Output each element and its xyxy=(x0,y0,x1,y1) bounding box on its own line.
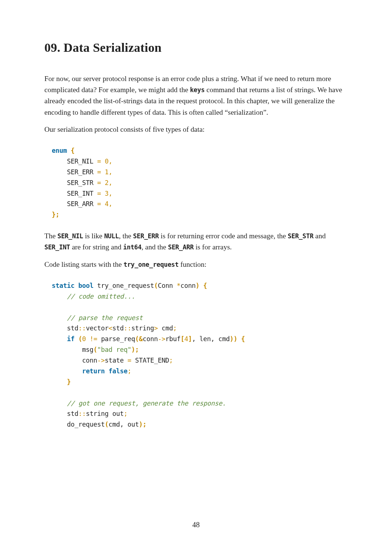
code-text: cmd xyxy=(158,324,173,332)
comment: // code omitted... xyxy=(52,293,135,300)
paren: (& xyxy=(135,335,142,343)
code-text: std xyxy=(112,324,124,332)
op: , xyxy=(109,200,112,208)
text: , the xyxy=(119,232,133,240)
sp xyxy=(101,200,105,208)
op: = xyxy=(97,190,101,197)
op: -> xyxy=(97,357,105,364)
op: ; xyxy=(128,367,131,375)
inline-code: SER_INT xyxy=(44,243,70,251)
brace: { xyxy=(237,335,245,343)
code-text: string xyxy=(131,324,154,332)
code-block-function: static bool try_one_request(Conn *conn) … xyxy=(52,280,348,430)
paren: ( xyxy=(74,335,82,343)
code-text: SER_INT xyxy=(52,190,97,197)
brace: { xyxy=(71,147,74,154)
brace: { xyxy=(199,282,207,289)
comment: // got one request, generate the respons… xyxy=(52,400,226,407)
string: "bad req" xyxy=(97,346,131,353)
code-text: rbuf xyxy=(165,335,180,343)
code-text: STATE_END xyxy=(131,357,169,364)
num: 2 xyxy=(105,179,108,186)
paren: )) xyxy=(230,335,237,343)
num: 4 xyxy=(105,200,108,208)
inline-code: NULL xyxy=(104,232,119,240)
kw: false xyxy=(109,367,128,375)
kw: if xyxy=(67,335,74,343)
brace: } xyxy=(52,378,71,386)
text: is for returning error code and message,… xyxy=(159,232,288,240)
num: 1 xyxy=(105,168,108,176)
inline-code: int64 xyxy=(123,243,142,251)
op: , xyxy=(109,190,112,197)
op: = xyxy=(97,179,101,186)
code-text: , len, cmd xyxy=(192,335,230,343)
op: -> xyxy=(158,335,165,343)
paren: ) xyxy=(196,282,199,289)
inline-code: SER_ARR xyxy=(168,243,194,251)
arg: conn xyxy=(180,282,196,289)
code-text: std xyxy=(52,410,78,417)
kw: bool xyxy=(78,282,94,289)
paren: ( xyxy=(154,282,158,289)
text: and xyxy=(314,232,326,240)
op: ; xyxy=(169,357,173,364)
op: :: xyxy=(78,410,86,417)
fn-call: do_request xyxy=(52,421,105,428)
op: * xyxy=(177,282,180,289)
page-title: 09. Data Serialization xyxy=(44,41,348,55)
inline-code: try_one_request xyxy=(124,261,179,268)
kw: static xyxy=(52,282,74,289)
paren: ); xyxy=(131,346,139,353)
num: 4 xyxy=(184,335,188,343)
code-text: string out xyxy=(86,410,124,417)
inline-code: SER_STR xyxy=(288,232,314,240)
inline-code-keys: keys xyxy=(190,86,205,94)
paragraph-2: Our serialization protocol consists of f… xyxy=(44,124,348,135)
code-text: state xyxy=(105,357,127,364)
text: is like xyxy=(83,232,104,240)
paragraph-1: For now, our server protocol response is… xyxy=(44,73,348,118)
code-text: vector xyxy=(86,324,108,332)
page-number: 48 xyxy=(0,521,392,529)
op: , xyxy=(109,158,112,165)
text: Code listing starts with the xyxy=(44,260,124,268)
num: 0 xyxy=(105,158,108,165)
code-text: conn xyxy=(52,357,97,364)
kw: return xyxy=(82,367,105,375)
op: ; xyxy=(124,410,128,417)
num: 0 xyxy=(82,335,86,343)
code-text: SER_ERR xyxy=(52,168,97,176)
sp xyxy=(101,158,105,165)
op: :: xyxy=(78,324,86,332)
arg: Conn xyxy=(158,282,177,289)
code-text: cmd, out xyxy=(109,421,139,428)
paragraph-4: Code listing starts with the try_one_req… xyxy=(44,259,348,270)
text: The xyxy=(44,232,57,240)
fn-name: try_one_request xyxy=(94,282,154,289)
code-text: std xyxy=(52,324,78,332)
brace: }; xyxy=(52,211,59,218)
text: is for arrays. xyxy=(194,243,232,251)
code-block-enum: enum { SER_NIL = 0, SER_ERR = 1, SER_STR… xyxy=(52,145,348,220)
op: = xyxy=(97,168,101,176)
op: , xyxy=(109,179,112,186)
code-text: SER_STR xyxy=(52,179,97,186)
code-text: msg xyxy=(52,346,94,353)
kw-enum: enum xyxy=(52,147,67,154)
op: != xyxy=(86,335,101,343)
text: are for string and xyxy=(70,243,124,251)
page-content: 09. Data Serialization For now, our serv… xyxy=(0,0,392,430)
sp xyxy=(101,168,105,176)
paragraph-3: The SER_NIL is like NULL, the SER_ERR is… xyxy=(44,231,348,253)
code-text: SER_NIL xyxy=(52,158,97,165)
code-text: conn xyxy=(143,335,158,343)
op: = xyxy=(97,158,101,165)
op: :: xyxy=(124,324,131,332)
indent xyxy=(52,367,82,375)
paren: ( xyxy=(105,421,108,428)
sp xyxy=(101,190,105,197)
paren: ( xyxy=(94,346,97,353)
op: ; xyxy=(173,324,177,332)
code-text: SER_ARR xyxy=(52,200,97,208)
